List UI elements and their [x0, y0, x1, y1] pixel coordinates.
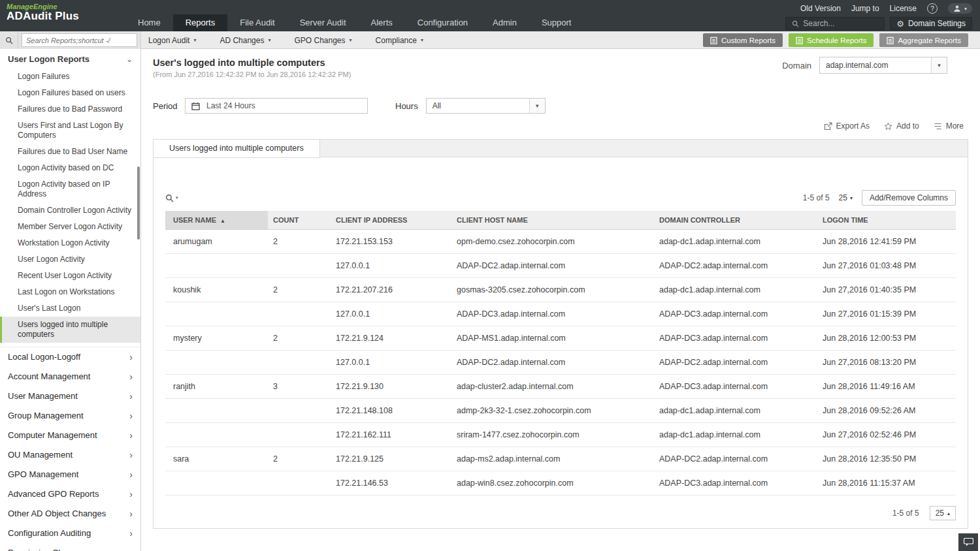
- account-menu[interactable]: ▾: [948, 3, 972, 14]
- sidebar-section-computer-management[interactable]: Computer Management›: [0, 426, 140, 445]
- column-header-domain-controller[interactable]: DOMAIN CONTROLLER: [654, 211, 817, 230]
- nav-alerts[interactable]: Alerts: [359, 14, 405, 31]
- nav-support[interactable]: Support: [529, 14, 584, 31]
- table-cell: ADAP-DC2.adap.internal.com: [654, 447, 817, 471]
- sidebar-item-users-first-and-last-logon-by-computers[interactable]: Users First and Last Logon By Computers: [0, 118, 140, 144]
- table-cell: Jun 28,2016 11:49:16 AM: [817, 375, 956, 399]
- page-size-select[interactable]: 25 ▾: [839, 193, 853, 202]
- sidebar-item-users-logged-into-multiple-computers[interactable]: Users logged into multiple computers: [0, 317, 140, 343]
- button-schedule-reports[interactable]: Schedule Reports: [789, 33, 874, 47]
- header-link-jump-to[interactable]: Jump to: [851, 4, 879, 13]
- table-cell: [165, 254, 268, 278]
- sidebar-section-other-ad-object-changes[interactable]: Other AD Object Changes›: [0, 504, 140, 524]
- table-row: sara2172.21.9.125adap-ms2.adap.internal.…: [165, 447, 956, 471]
- sidebar-item-user-logon-activity[interactable]: User Logon Activity: [0, 251, 140, 268]
- sort-asc-icon: ▲: [220, 218, 225, 224]
- domain-settings-button[interactable]: ⚙ Domain Settings: [890, 17, 972, 30]
- table-cell: [268, 254, 331, 278]
- sidebar-group-user-logon-reports[interactable]: User Logon Reports ⌄: [0, 49, 140, 69]
- column-header-user-name[interactable]: USER NAME▲: [165, 211, 268, 230]
- table-cell: 172.21.148.108: [331, 399, 451, 423]
- page-size-select-bottom[interactable]: 25 ▴: [930, 506, 956, 520]
- table-cell: ADAP-DC3.adap.internal.com: [654, 326, 817, 351]
- chevron-right-icon: ›: [129, 490, 133, 499]
- more-icon: [934, 122, 942, 131]
- caret-down-icon: ▾: [268, 37, 270, 43]
- nav-server-audit[interactable]: Server Audit: [287, 14, 359, 31]
- app-logo[interactable]: ManageEngine ADAudit Plus: [7, 3, 79, 23]
- table-cell: adap-win8.csez.zohocorpin.com: [451, 471, 654, 496]
- sidebar-section-ou-management[interactable]: OU Management›: [0, 445, 140, 465]
- sidebar-item-workstation-logon-activity[interactable]: Workstation Logon Activity: [0, 235, 140, 251]
- period-picker[interactable]: Last 24 Hours: [185, 98, 368, 114]
- sidebar-section-permission-changes[interactable]: Permission Changes›: [0, 543, 140, 551]
- sidebar-item-logon-activity-based-on-ip-address[interactable]: Logon Activity based on IP Address: [0, 176, 140, 202]
- menu-compliance[interactable]: Compliance▾: [376, 36, 423, 45]
- sidebar-item-failures-due-to-bad-user-name[interactable]: Failures due to Bad User Name: [0, 144, 140, 160]
- search-icon[interactable]: [0, 32, 18, 49]
- column-header-client-host-name[interactable]: CLIENT HOST NAME: [451, 211, 654, 230]
- sidebar-item-logon-activity-based-on-dc[interactable]: Logon Activity based on DC: [0, 160, 140, 176]
- star-icon: [884, 122, 892, 131]
- table-cell: ADAP-DC3.adap.internal.com: [654, 375, 817, 399]
- sidebar-section-gpo-management[interactable]: GPO Management›: [0, 465, 140, 484]
- sidebar-section-group-management[interactable]: Group Management›: [0, 406, 140, 426]
- menu-ad-changes[interactable]: AD Changes▾: [220, 36, 270, 45]
- header-link-old-version[interactable]: Old Version: [800, 4, 841, 13]
- sidebar-item-member-server-logon-activity[interactable]: Member Server Logon Activity: [0, 219, 140, 235]
- help-icon[interactable]: ?: [927, 3, 938, 14]
- report-search-input[interactable]: [22, 33, 137, 47]
- hours-select[interactable]: All ▾: [426, 98, 546, 114]
- table-cell: Jun 27,2016 08:13:20 PM: [817, 351, 956, 375]
- domain-select[interactable]: adap.internal.com ▾: [819, 57, 947, 74]
- section-label: Group Management: [8, 411, 84, 420]
- header-link-license[interactable]: License: [890, 4, 917, 13]
- table-cell: mystery: [165, 326, 268, 351]
- sidebar-item-last-logon-on-workstations[interactable]: Last Logon on Workstations: [0, 284, 140, 300]
- sidebar-item-logon-failures-based-on-users[interactable]: Logon Failures based on users: [0, 85, 140, 101]
- nav-reports[interactable]: Reports: [173, 14, 228, 31]
- table-cell: 172.21.162.111: [331, 423, 451, 447]
- button-aggregate-reports[interactable]: Aggregate Reports: [879, 33, 968, 47]
- sidebar-item-domain-controller-logon-activity[interactable]: Domain Controller Logon Activity: [0, 202, 140, 219]
- sidebar-section-account-management[interactable]: Account Management›: [0, 367, 140, 386]
- action-export-as[interactable]: Export As: [824, 121, 870, 131]
- sidebar-item-logon-failures[interactable]: Logon Failures: [0, 69, 140, 85]
- action-add-to[interactable]: Add to: [884, 121, 919, 131]
- sidebar-section-local-logon-logoff[interactable]: Local Logon-Logoff›: [0, 347, 140, 367]
- sidebar-item-failures-due-to-bad-password[interactable]: Failures due to Bad Password: [0, 101, 140, 118]
- menu-logon-audit[interactable]: Logon Audit▾: [148, 36, 196, 45]
- column-header-logon-time[interactable]: LOGON TIME: [817, 211, 956, 230]
- nav-file-audit[interactable]: File Audit: [227, 14, 287, 31]
- nav-admin[interactable]: Admin: [480, 14, 529, 31]
- table-cell: sara: [165, 447, 268, 471]
- reports-toolbar: Logon Audit▾AD Changes▾GPO Changes▾Compl…: [0, 31, 980, 49]
- sidebar: User Logon Reports ⌄ Logon FailuresLogon…: [0, 49, 141, 551]
- table-search-icon[interactable]: ▾: [165, 194, 178, 202]
- column-header-count[interactable]: COUNT: [268, 211, 331, 230]
- sidebar-section-configuration-auditing[interactable]: Configuration Auditing›: [0, 524, 140, 543]
- nav-home[interactable]: Home: [125, 14, 173, 31]
- sidebar-section-user-management[interactable]: User Management›: [0, 386, 140, 406]
- report-search-area: [0, 31, 141, 49]
- button-custom-reports[interactable]: Custom Reports: [703, 33, 783, 47]
- sidebar-item-recent-user-logon-activity[interactable]: Recent User Logon Activity: [0, 268, 140, 284]
- tab-users-logged-into-multiple-computers[interactable]: Users logged into multiple computers: [154, 140, 320, 158]
- aggregate-reports-icon: [887, 37, 894, 44]
- sidebar-section-advanced-gpo-reports[interactable]: Advanced GPO Reports›: [0, 484, 140, 504]
- add-remove-columns-button[interactable]: Add/Remove Columns: [862, 190, 956, 206]
- column-header-client-ip-address[interactable]: CLIENT IP ADDRESS: [331, 211, 451, 230]
- sidebar-scrollbar[interactable]: [137, 166, 140, 240]
- search-icon: [792, 20, 799, 27]
- chevron-right-icon: ›: [129, 392, 133, 401]
- menu-gpo-changes[interactable]: GPO Changes▾: [294, 36, 351, 45]
- feedback-chat-button[interactable]: [958, 533, 978, 551]
- nav-configuration[interactable]: Configuration: [405, 14, 480, 31]
- sidebar-item-user-s-last-logon[interactable]: User's Last Logon: [0, 300, 140, 317]
- caret-down-icon: ▾: [850, 195, 853, 201]
- table-body: arumugam2172.21.153.153opm-demo.csez.zoh…: [165, 230, 956, 496]
- section-label: OU Management: [8, 450, 73, 460]
- global-search-placeholder: Search...: [803, 19, 834, 28]
- global-search[interactable]: Search...: [785, 17, 885, 30]
- action-more[interactable]: More: [934, 121, 964, 131]
